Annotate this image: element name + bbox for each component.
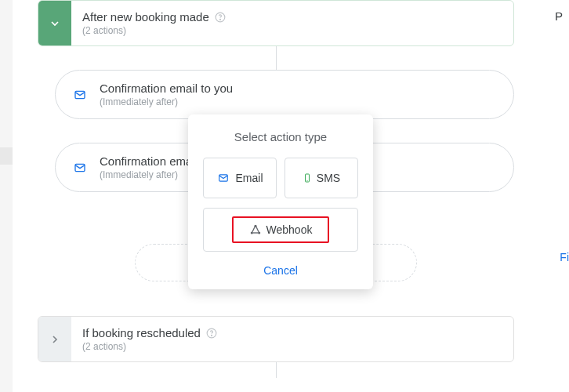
trigger-title: If booking rescheduled [82,326,201,339]
trigger-new-booking[interactable]: After new booking made (2 actions) [38,0,514,46]
modal-title: Select action type [201,130,361,143]
connector-line [276,46,277,70]
sms-icon [303,171,312,185]
chevron-right-icon [49,333,61,346]
trigger-subtitle: (2 actions) [82,25,502,36]
help-icon[interactable] [205,327,218,339]
email-icon [70,162,90,174]
option-label: Webhook [266,223,313,236]
option-sms[interactable]: SMS [284,158,358,198]
trigger-title: After new booking made [82,10,209,24]
svg-point-11 [254,225,256,227]
chevron-down-icon [49,17,61,30]
expand-toggle[interactable] [38,317,71,361]
option-email[interactable]: Email [203,158,277,198]
right-panel-stub: P Fi [555,0,569,23]
collapse-toggle[interactable] [38,1,71,45]
right-panel-header-fragment: P [555,9,569,23]
action-confirmation-email-you[interactable]: Confirmation email to you (Immediately a… [55,70,514,119]
left-sidebar-highlight [0,147,13,165]
email-icon [70,89,90,101]
action-subtitle: (Immediately after) [100,169,192,180]
svg-point-5 [211,335,212,336]
option-label: Email [235,172,263,184]
select-action-type-modal: Select action type Email SMS Webhook Can… [188,114,373,289]
trigger-rescheduled[interactable]: If booking rescheduled (2 actions) [38,316,514,362]
svg-point-1 [219,19,220,20]
action-subtitle: (Immediately after) [100,96,233,107]
cancel-button[interactable]: Cancel [201,264,361,277]
webhook-icon [249,223,262,236]
option-webhook-highlight: Webhook [232,216,329,243]
option-webhook-wrapper[interactable]: Webhook [203,208,358,252]
action-title: Confirmation ema [100,154,192,168]
right-panel-link-fragment[interactable]: Fi [560,251,569,263]
left-sidebar-stub [0,0,13,392]
action-title: Confirmation email to you [100,82,233,95]
connector-line [276,362,277,378]
help-icon[interactable] [214,11,227,24]
email-icon [216,172,230,183]
option-label: SMS [317,172,340,184]
trigger-subtitle: (2 actions) [82,341,502,352]
